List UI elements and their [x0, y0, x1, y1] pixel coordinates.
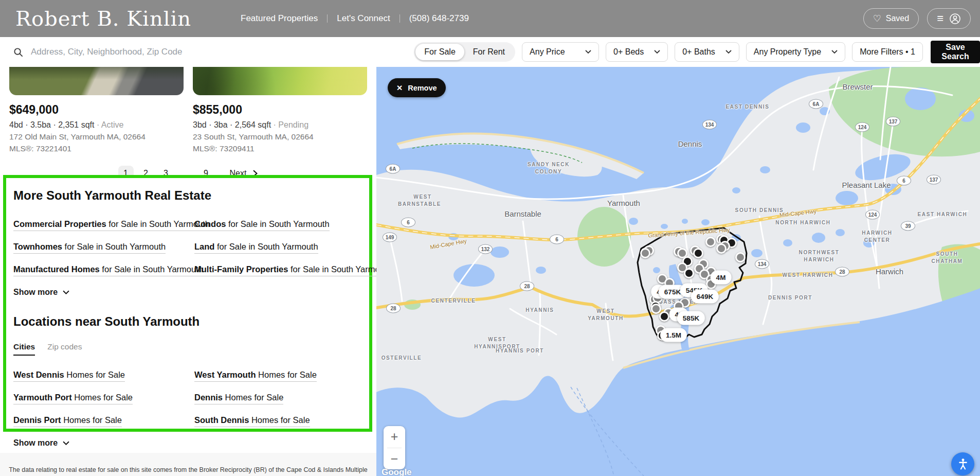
property-marker[interactable] — [640, 248, 650, 258]
seo-link[interactable]: Dennis Port Homes for Sale — [13, 415, 122, 427]
seo-link[interactable]: Yarmouth Port Homes for Sale — [13, 393, 133, 404]
price-marker[interactable]: 4M — [711, 271, 732, 285]
tab-cities[interactable]: Cities — [13, 342, 35, 356]
seo-link[interactable]: Land for Sale in South Yarmouth — [194, 242, 318, 254]
listing-beds-baths-sqft: 4bd · 3.5ba · 2,351 sqft — [9, 120, 94, 129]
tab-zip-codes[interactable]: Zip codes — [47, 342, 82, 356]
map-label: DENNIS PORT — [768, 295, 812, 301]
route-shield: 137 — [886, 117, 900, 127]
route-shield: 28 — [386, 304, 401, 313]
seo-link[interactable]: Commercial Properties for Sale in South … — [13, 219, 210, 231]
chevron-down-icon — [63, 441, 69, 446]
property-marker[interactable] — [693, 248, 703, 258]
listing-price: $855,000 — [193, 103, 367, 117]
beds-filter-dropdown[interactable]: 0+ Beds — [606, 42, 668, 62]
nav-featured-properties[interactable]: Featured Properties — [231, 13, 327, 24]
accessibility-icon — [956, 457, 970, 471]
listing-card[interactable]: $855,000 3bd · 3ba · 2,564 sqft · Pendin… — [193, 67, 367, 153]
seo-link[interactable]: West Dennis Homes for Sale — [13, 370, 125, 382]
brand-logo[interactable]: Robert B. Kinlin — [15, 7, 191, 30]
show-more-button[interactable]: Show more — [13, 288, 369, 297]
beds-filter-label: 0+ Beds — [613, 47, 644, 57]
route-shield: 124 — [865, 210, 880, 220]
accessibility-button[interactable] — [951, 452, 974, 475]
search-placeholder: Address, City, Neighborhood, Zip Code — [31, 47, 183, 57]
map-label: CENTER — [864, 237, 891, 243]
property-type-filter-dropdown[interactable]: Any Property Type — [746, 42, 845, 62]
site-header: Robert B. Kinlin Featured Properties Let… — [0, 0, 980, 37]
map-label: NORTHWEST — [799, 250, 840, 255]
google-logo: Google — [382, 467, 412, 476]
separator-dot: · — [97, 120, 99, 129]
listing-specs: 4bd · 3.5ba · 2,351 sqft · Active — [9, 120, 184, 130]
search-filter-bar: Address, City, Neighborhood, Zip Code Fo… — [0, 37, 980, 67]
chevron-down-icon — [63, 290, 69, 295]
listing-price: $649,000 — [9, 103, 184, 117]
route-shield: 39 — [901, 221, 915, 231]
listing-address: 23 South St, Yarmouth MA, 02664 — [193, 132, 367, 142]
seo-link[interactable]: South Dennis Homes for Sale — [194, 415, 310, 427]
property-marker[interactable] — [705, 237, 716, 247]
map-label: HARWICH — [804, 257, 834, 262]
filter-controls: For Sale For Rent Any Price 0+ Beds 0+ B… — [414, 41, 980, 63]
property-type-filter-label: Any Property Type — [754, 47, 821, 57]
show-more-button[interactable]: Show more — [13, 438, 369, 448]
seo-link[interactable]: Multi-Family Properties for Sale in Sout… — [194, 265, 376, 276]
map-label: WEST — [596, 308, 614, 314]
more-real-estate-title: More South Yarmouth Real Estate — [13, 188, 369, 203]
map-label: Barnstable — [504, 209, 541, 218]
zoom-out-button[interactable]: − — [384, 448, 405, 470]
baths-filter-dropdown[interactable]: 0+ Baths — [675, 42, 739, 62]
separator-dot: · — [274, 120, 276, 129]
menu-account-button[interactable]: ≡ — [927, 8, 971, 29]
map-label: HARWICH — [862, 230, 892, 236]
seo-link[interactable]: Manufactured Homes for Sale in South Yar… — [13, 265, 203, 276]
location-links: West Dennis Homes for SaleWest Yarmouth … — [13, 370, 369, 427]
map-label: Brewster — [842, 82, 873, 91]
route-shield: 6A — [386, 164, 400, 174]
seo-link[interactable]: Dennis Homes for Sale — [194, 393, 283, 404]
map-label: Mid-Cape Hwy — [429, 238, 467, 250]
for-rent-toggle[interactable]: For Rent — [464, 44, 514, 60]
listing-photo[interactable] — [193, 67, 367, 95]
nav-lets-connect[interactable]: Let's Connect — [328, 13, 399, 24]
listing-status: Pending — [278, 120, 308, 129]
price-marker[interactable]: 1.5M — [660, 328, 687, 342]
listing-photo[interactable] — [9, 67, 184, 95]
property-marker[interactable] — [651, 304, 661, 314]
panel-footer: The data relating to real estate for sal… — [0, 453, 376, 476]
map-label: Mid-Cape Hwy — [779, 208, 817, 218]
sale-rent-toggle: For Sale For Rent — [414, 42, 515, 62]
seo-link[interactable]: West Yarmouth Homes for Sale — [194, 370, 317, 382]
remove-boundary-button[interactable]: ✕ Remove — [388, 78, 446, 97]
listing-beds-baths-sqft: 3bd · 3ba · 2,564 sqft — [193, 120, 271, 129]
more-filters-button[interactable]: More Filters • 1 — [852, 42, 923, 62]
chevron-down-icon — [654, 50, 660, 54]
route-shield: 134 — [702, 120, 717, 130]
for-sale-toggle[interactable]: For Sale — [415, 44, 464, 60]
map-label: CHATHAM — [931, 258, 963, 264]
save-search-button[interactable]: Save Search — [931, 41, 980, 63]
search-icon — [13, 47, 23, 57]
search-input[interactable]: Address, City, Neighborhood, Zip Code — [13, 47, 183, 57]
seo-link[interactable]: Condos for Sale in South Yarmouth — [194, 219, 330, 231]
saved-button[interactable]: ♡ Saved — [863, 8, 919, 29]
property-marker[interactable] — [735, 252, 746, 262]
map[interactable]: BrewsterDennisYarmouthBarnstablePleasant… — [376, 67, 980, 476]
map-label: NORTH HARWICH — [775, 220, 830, 225]
price-filter-dropdown[interactable]: Any Price — [522, 42, 599, 62]
property-marker[interactable] — [659, 311, 669, 322]
price-marker[interactable]: 649K — [691, 290, 719, 304]
map-label: EAST DENNIS — [726, 104, 770, 110]
property-marker[interactable] — [684, 268, 694, 278]
seo-link[interactable]: Townhomes for Sale in South Yarmouth — [13, 242, 166, 254]
zoom-in-button[interactable]: + — [384, 426, 405, 448]
route-shield: 149 — [383, 233, 397, 242]
price-marker[interactable]: 585K — [677, 311, 705, 325]
route-shield: 28 — [520, 281, 534, 291]
close-icon: ✕ — [396, 84, 403, 92]
listings-panel: $649,000 4bd · 3.5ba · 2,351 sqft · Acti… — [0, 67, 376, 476]
property-marker[interactable] — [716, 243, 727, 254]
listing-card[interactable]: $649,000 4bd · 3.5ba · 2,351 sqft · Acti… — [9, 67, 184, 153]
nav-phone-number[interactable]: (508) 648-2739 — [400, 13, 478, 24]
